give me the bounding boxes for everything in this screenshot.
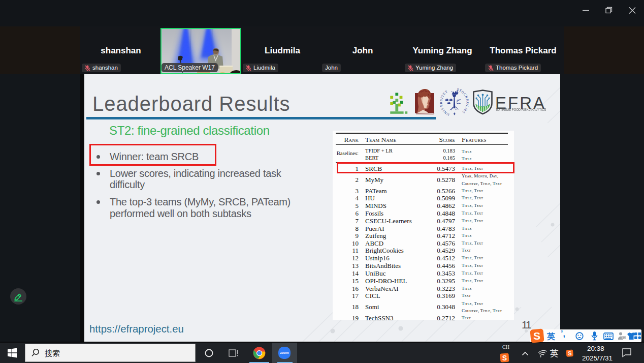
svg-text:S: S	[568, 350, 571, 356]
svg-text:S: S	[502, 354, 507, 362]
svg-text:STOCKHOLMS: STOCKHOLMS	[456, 88, 469, 114]
svg-text:34: 34	[622, 336, 625, 339]
svg-text:S: S	[533, 330, 540, 342]
